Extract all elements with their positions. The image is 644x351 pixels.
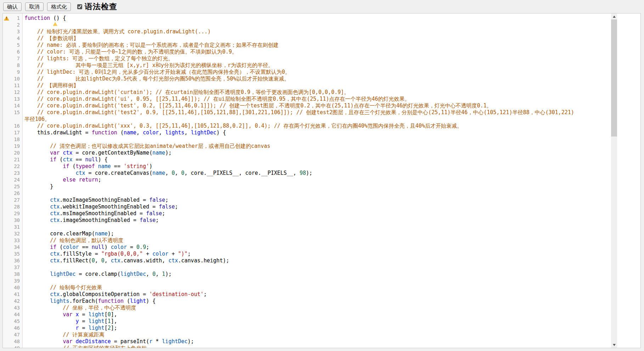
line-number: 3 — [3, 28, 22, 35]
line-number: 10 — [3, 76, 22, 82]
code-line: // core.plugin.drawLight('curtain'); // … — [24, 89, 611, 96]
line-number: 4 — [3, 35, 22, 42]
line-number: 43 — [3, 305, 22, 311]
line-number: 23 — [3, 170, 22, 177]
line-number: 38 — [3, 271, 22, 278]
line-number: 2 — [3, 22, 22, 28]
code-line: var x = light[0], — [24, 311, 611, 318]
line-number: 9 — [3, 69, 22, 76]
code-area[interactable]: function () { // 绘制灯光/漆黑层效果。调用方式 core.pl… — [23, 13, 611, 348]
line-number: 14 — [3, 102, 22, 109]
page: { "toolbar": { "confirm_label": "确认", "c… — [0, 0, 644, 351]
lint-warning-icon: ! — [4, 16, 9, 21]
code-line: var ctx = core.getContextByName(name); — [24, 150, 611, 156]
line-number: 34 — [3, 244, 22, 251]
line-number: 44 — [3, 311, 22, 318]
line-number: 12 — [3, 89, 22, 96]
confirm-button[interactable]: 确认 — [3, 2, 22, 11]
scrollbar-up-button[interactable] — [611, 13, 617, 20]
code-line — [24, 224, 611, 230]
code-line: // 其中每一项是三元组 [x,y,r] x和y分别为该灯光的横纵坐标，r为该灯… — [24, 62, 611, 69]
code-line: // lightDec: 可选，0到1之间，光从多少百分比才开始衰减（在此范围内… — [24, 69, 611, 76]
line-number: 8 — [3, 62, 22, 69]
code-line: ctx.fillStyle = "rgba(0,0,0," + color + … — [24, 251, 611, 257]
line-number: 13 — [3, 96, 22, 102]
code-line: // 【参数说明】 — [24, 35, 611, 42]
code-line: core.clearMap(name); — [24, 230, 611, 237]
code-line — [24, 190, 611, 197]
line-number: 27 — [3, 197, 22, 204]
line-number: 18 — [3, 136, 22, 143]
line-number: 20 — [3, 150, 22, 156]
code-line: // name: 必填，要绘制到的画布名；可以是一个系统画布，或者是个自定义画布… — [24, 42, 611, 49]
line-number: 46 — [3, 325, 22, 332]
code-line: ctx = core.createCanvas(name, 0, 0, core… — [24, 170, 611, 177]
code-line: ctx.msImageSmoothingEnabled = false; — [24, 210, 611, 217]
code-line: } — [24, 183, 611, 190]
line-number: 22 — [3, 163, 22, 170]
code-line: // 比如lightDec为0.5代表，每个灯光部分内圈50%的范围全亮，50%… — [24, 76, 611, 82]
scrollbar-thumb[interactable] — [611, 20, 617, 136]
line-number: 41 — [3, 291, 22, 298]
line-number: 33 — [3, 237, 22, 244]
line-number: 24 — [3, 177, 22, 183]
line-number: 19 — [3, 143, 22, 150]
code-line: ctx.imageSmoothingEnabled = false; — [24, 217, 611, 224]
code-line: // 坐标，半径，中心不透明度 — [24, 305, 611, 311]
line-number: 7 — [3, 55, 22, 62]
line-number: 48 — [3, 338, 22, 345]
line-number: 32 — [3, 230, 22, 237]
vertical-scrollbar[interactable] — [611, 13, 617, 348]
code-line — [24, 136, 611, 143]
code-line: r = light[2]; — [24, 325, 611, 332]
line-number: 30 — [3, 217, 22, 224]
code-line: else return; — [24, 177, 611, 183]
code-line: // 绘制每个灯光效果 — [24, 284, 611, 291]
code-line: 半径106。 — [24, 116, 611, 123]
code-line: // color: 可选，只能是一个0~1之间的数，为不透明度的值。不填则默认为… — [24, 49, 611, 55]
line-number: 35 — [3, 251, 22, 257]
code-line: // core.plugin.drawLight('test', 0.2, [[… — [24, 102, 611, 109]
line-numbers-gutter: !123456789101112131415161718192021222324… — [3, 13, 23, 348]
code-line: // 绘制灯光/漆黑层效果。调用方式 core.plugin.drawLight… — [24, 28, 611, 35]
code-line: // core.plugin.drawLight('ui', 0.95, [[2… — [24, 96, 611, 102]
code-line: function () { — [24, 15, 611, 22]
syntax-check-label: 语法检查 — [85, 1, 117, 12]
syntax-check-checkbox[interactable] — [77, 4, 82, 9]
code-line: ctx.fillRect(0, 0, ctx.canvas.width, ctx… — [24, 257, 611, 264]
line-number: !1 — [3, 15, 22, 22]
code-line: // 计算衰减距离 — [24, 332, 611, 338]
line-number: 16 — [3, 123, 22, 129]
code-line: // 正方形区域的直径和左上角坐标 — [24, 345, 611, 348]
code-line: if (color == null) color = 0.9; — [24, 244, 611, 251]
line-number: 28 — [3, 204, 22, 210]
code-line — [24, 278, 611, 284]
scrollbar-down-button[interactable] — [611, 342, 617, 348]
line-number: 5 — [3, 42, 22, 49]
cancel-button[interactable]: 取消 — [25, 2, 44, 11]
line-number: 40 — [3, 284, 22, 291]
code-line: // lights: 可选，一个数组，定义了每个独立的灯光。 — [24, 55, 611, 62]
code-line — [24, 264, 611, 271]
code-editor[interactable]: !123456789101112131415161718192021222324… — [2, 13, 641, 348]
code-line: y = light[1], — [24, 318, 611, 325]
code-line: this.drawLight = function (name, color, … — [24, 129, 611, 136]
editor-inner: !123456789101112131415161718192021222324… — [3, 13, 640, 348]
code-line: // core.plugin.drawLight('xxx', 0.3, [[2… — [24, 123, 611, 129]
line-number: 6 — [3, 49, 22, 55]
code-line: // core.plugin.drawLight('test2', 0.9, [… — [24, 109, 611, 116]
line-number: 37 — [3, 264, 22, 271]
line-number: 36 — [3, 257, 22, 264]
line-number — [3, 116, 22, 123]
code-line: if (typeof name == 'string') — [24, 163, 611, 170]
line-number: 47 — [3, 332, 22, 338]
format-button[interactable]: 格式化 — [47, 2, 71, 11]
line-number: 49 — [3, 345, 22, 348]
line-number: 11 — [3, 82, 22, 89]
line-number: 31 — [3, 224, 22, 230]
code-line: // 绘制色调层，默认不透明度 — [24, 237, 611, 244]
code-line: ctx.globalCompositeOperation = 'destinat… — [24, 291, 611, 298]
line-number: 15 — [3, 109, 22, 116]
line-number: 21 — [3, 156, 22, 163]
code-line: ctx.mozImageSmoothingEnabled = false; — [24, 197, 611, 204]
